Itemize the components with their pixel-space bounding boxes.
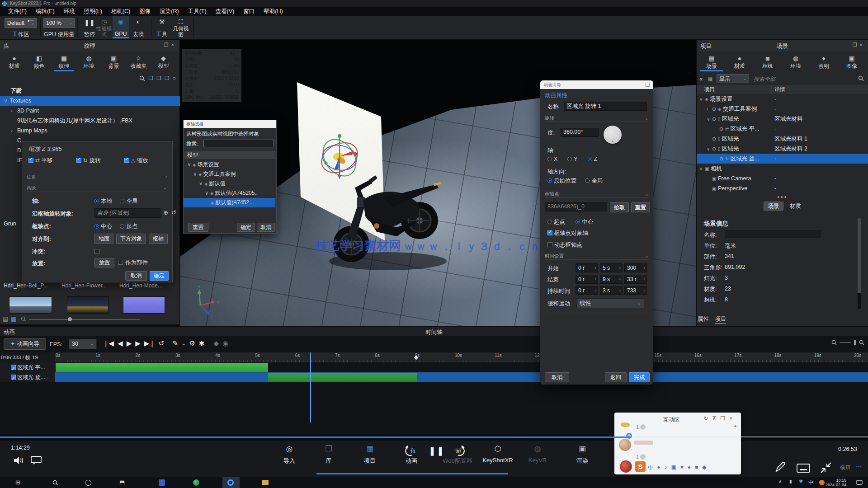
shield-icon[interactable]: ⛊	[799, 479, 803, 484]
align-button-0[interactable]: 地面	[94, 234, 113, 244]
chat-feature-icon[interactable]: ♪	[664, 464, 667, 472]
folder-icon[interactable]: ❒	[156, 75, 161, 81]
play-icon[interactable]: ▶	[127, 339, 132, 347]
forward-30-button[interactable]: 30	[448, 445, 468, 457]
as-part-checkbox[interactable]	[118, 260, 123, 265]
scene-tree-item[interactable]: ›⊙ ◈ 交通工具案例-	[697, 104, 868, 114]
pivot-start-radio[interactable]	[547, 220, 552, 224]
taskbar-search-icon[interactable]	[52, 480, 58, 486]
geometry-view-icon[interactable]: ⛶	[171, 18, 191, 26]
scene-tree-item[interactable]: ⊙ ⇄ 区域光 平...-	[697, 124, 868, 134]
time-spinner[interactable]: 0 r	[576, 286, 598, 295]
time-spinner[interactable]: 0 r	[576, 275, 598, 284]
cancel-button[interactable]: 取消	[125, 271, 147, 281]
material-mid-tab[interactable]: 材质	[785, 202, 805, 211]
align-button-2[interactable]: 枢轴	[149, 234, 168, 244]
scene-tree-item[interactable]: ▣ Perspective-	[697, 183, 868, 193]
ime-icon[interactable]: 中	[808, 479, 813, 486]
playhead[interactable]	[310, 352, 311, 422]
rewind-10-button[interactable]: 10	[401, 445, 422, 457]
degree-knob[interactable]	[604, 126, 622, 144]
place-button[interactable]: 放置	[94, 258, 114, 267]
transform-mode-1[interactable]: ↻ 旋转	[76, 157, 100, 164]
library-partial-item[interactable]: Grun	[4, 221, 16, 227]
step-forward-icon[interactable]: ▶	[135, 339, 141, 347]
menu-item[interactable]: 相机(C)	[107, 8, 135, 15]
zoom-in-icon[interactable]	[859, 340, 864, 345]
pivot-search-input[interactable]	[203, 140, 274, 147]
folder-icon[interactable]: ❒	[148, 75, 153, 81]
search-icon[interactable]	[139, 75, 145, 81]
tray-expand-icon[interactable]: ∧	[778, 479, 782, 484]
rotation-gizmo[interactable]	[312, 131, 367, 185]
library-tree-item[interactable]: 下载	[0, 86, 180, 96]
speaker-icon[interactable]	[13, 455, 24, 466]
tab-project[interactable]: 项目	[715, 316, 726, 324]
chat-feature-icon[interactable]: ■	[695, 464, 698, 472]
zoom-out-icon[interactable]	[831, 340, 837, 345]
taskbar-clock[interactable]: 10:152024-02-04	[826, 478, 846, 487]
library-tab-models[interactable]: ◆模型	[151, 53, 176, 70]
pivot-center-radio[interactable]	[94, 224, 99, 229]
ribbon-render[interactable]: ▣渲染	[562, 443, 603, 465]
fps-dropdown[interactable]: 30⌄	[69, 339, 97, 349]
window-box-icon[interactable]	[646, 83, 650, 87]
pinned-app-icon[interactable]	[159, 479, 165, 486]
time-spinner[interactable]: 0 r	[576, 263, 598, 272]
time-spinner[interactable]: 733	[624, 286, 647, 295]
axis-x-radio[interactable]: X	[547, 156, 557, 162]
pivot-tree-item[interactable]: ∨ ◈ 场景设置	[184, 160, 275, 169]
keyframe-pen-icon[interactable]: ✎	[172, 339, 178, 347]
project-tab-camera[interactable]: ◙相机	[754, 53, 782, 70]
tools-icon[interactable]: ⚒	[154, 18, 170, 25]
search-placeholder[interactable]: 搜索全部	[754, 75, 775, 83]
cancel-button[interactable]: 取消	[545, 372, 569, 382]
anim-dialog-title[interactable]: 动画向导	[540, 80, 653, 89]
float-panel-icon[interactable]: ❐	[164, 42, 171, 47]
advanced-section[interactable]: 高级⌄	[27, 185, 168, 192]
time-spinner[interactable]: 5 s	[600, 263, 623, 272]
library-tab-backplates[interactable]: ▣背景	[101, 53, 126, 70]
origin-position-radio[interactable]	[547, 178, 552, 183]
project-tab-image[interactable]: ▣图像	[838, 53, 866, 70]
pivot-center-radio[interactable]	[576, 220, 580, 224]
filter-icon[interactable]: ▦	[708, 75, 712, 82]
annotate-pen-icon[interactable]	[774, 462, 786, 474]
subtitle-keyboard-icon[interactable]	[797, 464, 810, 473]
axis-y-radio[interactable]: Y	[567, 156, 577, 162]
scene-tree-item[interactable]: ▣ Free Camera-	[697, 174, 868, 183]
time-settings-section[interactable]: 时间设置⌄	[545, 253, 649, 260]
scene-tree-item[interactable]: ⊙ ▯ 区域光区域光材料 1	[697, 134, 868, 144]
video-progress-remaining[interactable]	[634, 436, 868, 437]
pick-target-icon[interactable]: ⊕	[163, 209, 168, 216]
file-explorer-icon[interactable]	[262, 480, 269, 485]
collapse-icon[interactable]: «	[699, 75, 703, 82]
menu-item[interactable]: 帮助(H)	[259, 8, 287, 15]
library-tab-favorites[interactable]: ☆收藏夹	[126, 53, 151, 70]
slider-handle[interactable]	[68, 317, 72, 321]
library-tree-item[interactable]: ∨Textures	[0, 96, 180, 106]
project-tab-lighting[interactable]: ♦照明	[810, 53, 838, 70]
loop-icon[interactable]: ↺	[159, 339, 165, 347]
axis-z-radio[interactable]: Z	[588, 156, 598, 162]
go-start-icon[interactable]: ❘◀	[103, 339, 114, 347]
easing-dropdown[interactable]: 线性⌄	[576, 298, 644, 308]
reset-button[interactable]: 重置	[631, 202, 650, 212]
refresh-icon[interactable]: ↻	[703, 415, 712, 422]
library-tab-colors[interactable]: ◧颜色	[27, 53, 52, 70]
time-spinner[interactable]: 9 s	[600, 275, 623, 284]
menu-item[interactable]: 图像	[135, 8, 155, 15]
close-icon[interactable]: ×	[729, 415, 736, 422]
pin-icon[interactable]: ⊼	[712, 415, 720, 422]
scene-tree-item[interactable]: ∨▣ 相机	[697, 164, 868, 174]
anim-properties-link[interactable]: 动画属性	[545, 92, 567, 99]
time-spinner[interactable]: 300	[624, 263, 647, 272]
scene-tree-item[interactable]: ⊙ ↻ 区域光 旋...-	[697, 154, 868, 164]
more-options-icon[interactable]: ⋯	[856, 462, 862, 469]
library-tree-item[interactable]: 9现代布艺休闲椅边几(犀牛网米尼设计） .FBX	[0, 116, 180, 126]
scene-name-input[interactable]	[725, 230, 821, 238]
chat-feature-icon[interactable]: ▣	[671, 464, 676, 472]
folder-icon[interactable]: ❒	[165, 75, 170, 81]
project-tab-scene[interactable]: ▤场景	[698, 53, 726, 70]
reset-icon[interactable]: ↺	[171, 209, 176, 216]
